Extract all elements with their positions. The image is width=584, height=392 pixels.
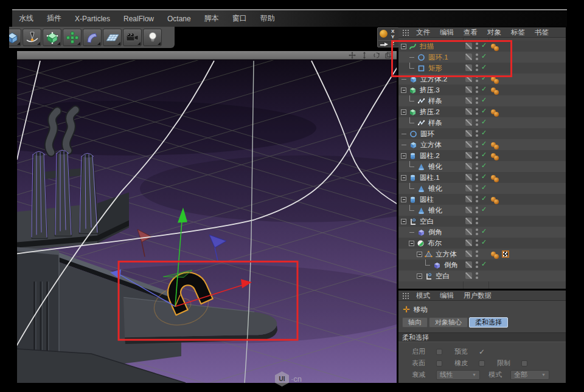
phong-tag-icon[interactable] bbox=[494, 112, 499, 117]
menubar-item-7[interactable]: 帮助 bbox=[254, 13, 282, 24]
axis-lock-z[interactable]: Z bbox=[391, 41, 394, 46]
expander-icon[interactable] bbox=[417, 252, 422, 257]
layer-toggle-icon[interactable] bbox=[465, 250, 472, 257]
tool-camera-button[interactable] bbox=[123, 29, 142, 46]
enabled-check-icon[interactable]: ✓ bbox=[481, 151, 487, 159]
tree-row-圆柱[interactable]: 圆柱✓ bbox=[398, 194, 566, 205]
tool-spline-pen-button[interactable] bbox=[23, 29, 41, 46]
menubar-item-3[interactable]: RealFlow bbox=[117, 15, 161, 23]
object-label[interactable]: 圆柱.1 bbox=[420, 173, 440, 182]
layer-toggle-icon[interactable] bbox=[465, 86, 472, 93]
visibility-dots-icon[interactable] bbox=[476, 174, 478, 181]
panel-grip-icon[interactable] bbox=[402, 29, 409, 36]
layer-toggle-icon[interactable] bbox=[465, 64, 472, 71]
object-label[interactable]: 样条 bbox=[428, 97, 442, 106]
visibility-dots-icon[interactable] bbox=[476, 218, 478, 224]
am-menu-item-2[interactable]: 用户数据 bbox=[459, 291, 496, 300]
enabled-check-icon[interactable]: ✓ bbox=[481, 184, 487, 191]
phong-tag-icon[interactable] bbox=[494, 145, 499, 150]
tool-subdivision-surface-button[interactable] bbox=[43, 29, 61, 46]
enabled-check-icon[interactable]: ✓ bbox=[481, 63, 487, 71]
enabled-check-icon[interactable]: ✓ bbox=[481, 140, 487, 148]
tag-group[interactable] bbox=[491, 74, 499, 84]
visibility-dots-icon[interactable] bbox=[476, 75, 478, 82]
tab-对象轴心[interactable]: 对象轴心 bbox=[429, 317, 468, 328]
layer-toggle-icon[interactable] bbox=[465, 141, 472, 148]
layer-toggle-icon[interactable] bbox=[465, 119, 472, 126]
om-menu-item-5[interactable]: 书签 bbox=[530, 28, 554, 37]
object-label[interactable]: 扫描 bbox=[420, 42, 434, 51]
enabled-check-icon[interactable]: ✓ bbox=[481, 173, 487, 181]
axis-lock-y[interactable]: Y bbox=[391, 35, 394, 40]
layer-toggle-icon[interactable] bbox=[465, 196, 472, 202]
tree-row-倒角[interactable]: 倒角✓ bbox=[398, 227, 566, 238]
tag-group[interactable] bbox=[491, 173, 499, 182]
object-label[interactable]: 空白 bbox=[436, 272, 450, 281]
visibility-dots-icon[interactable] bbox=[476, 239, 478, 246]
object-label[interactable]: 圆柱 bbox=[420, 195, 434, 204]
menubar-item-6[interactable]: 窗口 bbox=[226, 13, 254, 24]
om-menu-item-4[interactable]: 标签 bbox=[506, 28, 530, 37]
visibility-dots-icon[interactable] bbox=[476, 108, 478, 115]
enabled-check-icon[interactable]: ✓ bbox=[481, 227, 487, 235]
enabled-check-icon[interactable]: ✓ bbox=[481, 194, 487, 202]
tree-row-空白[interactable]: 空白 bbox=[398, 270, 566, 281]
layer-toggle-icon[interactable] bbox=[465, 174, 472, 181]
phong-tag-icon[interactable] bbox=[494, 199, 499, 204]
am-menu-item-0[interactable]: 模式 bbox=[411, 291, 435, 300]
tool-light-button[interactable] bbox=[143, 29, 162, 46]
am-menu-item-1[interactable]: 编辑 bbox=[435, 291, 459, 300]
tree-row-倒角[interactable]: 倒角✓ bbox=[398, 260, 566, 270]
tag-group[interactable] bbox=[491, 41, 499, 51]
menubar-item-0[interactable]: 水线 bbox=[12, 13, 40, 24]
viewport-dolly-icon[interactable] bbox=[361, 52, 368, 59]
layer-toggle-icon[interactable] bbox=[465, 53, 472, 60]
tool-add-cube-button[interactable] bbox=[9, 29, 21, 46]
object-label[interactable]: 空白 bbox=[420, 217, 434, 226]
tree-row-样条[interactable]: 样条✓ bbox=[398, 117, 566, 128]
visibility-dots-icon[interactable] bbox=[476, 163, 478, 170]
viewport-pan-icon[interactable] bbox=[349, 52, 356, 59]
object-label[interactable]: 圆柱.2 bbox=[420, 151, 440, 160]
tree-row-布尔[interactable]: 布尔✓ bbox=[398, 238, 566, 249]
layer-toggle-icon[interactable] bbox=[465, 239, 472, 246]
tag-group[interactable] bbox=[491, 194, 499, 204]
visibility-dots-icon[interactable] bbox=[476, 141, 478, 148]
layer-toggle-icon[interactable] bbox=[465, 75, 472, 82]
expander-icon[interactable] bbox=[401, 88, 406, 93]
object-label[interactable]: 立方体 bbox=[420, 140, 442, 150]
object-label[interactable]: 锥化 bbox=[428, 162, 442, 171]
enabled-check-icon[interactable]: ✓ bbox=[481, 41, 487, 49]
tool-floor-button[interactable] bbox=[103, 29, 122, 46]
visibility-dots-icon[interactable] bbox=[476, 97, 478, 104]
layer-toggle-icon[interactable] bbox=[465, 185, 472, 191]
checkmark-预览[interactable]: ✓ bbox=[479, 348, 485, 356]
object-label[interactable]: 圆环.1 bbox=[428, 53, 448, 62]
viewport-orbit-icon[interactable] bbox=[373, 52, 380, 59]
visibility-dots-icon[interactable] bbox=[476, 64, 478, 71]
tree-row-矩形[interactable]: 矩形✓ bbox=[398, 63, 566, 74]
texture-tag-icon[interactable] bbox=[502, 250, 509, 258]
menubar-item-1[interactable]: 插件 bbox=[40, 13, 68, 24]
tool-mograph-button[interactable] bbox=[63, 29, 82, 46]
tree-row-锥化[interactable]: 锥化✓ bbox=[398, 161, 566, 172]
checkbox-表面[interactable] bbox=[436, 360, 442, 366]
expander-icon[interactable] bbox=[401, 109, 406, 115]
visibility-dots-icon[interactable] bbox=[476, 86, 478, 93]
tree-row-空白[interactable]: 空白 bbox=[398, 216, 566, 227]
checkbox-橡皮[interactable] bbox=[479, 360, 485, 366]
tree-row-锥化[interactable]: 锥化✓ bbox=[398, 183, 566, 194]
tag-group[interactable] bbox=[491, 249, 509, 259]
expander-icon[interactable] bbox=[401, 44, 406, 49]
tree-row-圆环[interactable]: 圆环✓ bbox=[398, 128, 566, 139]
enabled-check-icon[interactable]: ✓ bbox=[481, 52, 487, 60]
tree-row-挤压.2[interactable]: 挤压.2✓ bbox=[398, 106, 566, 117]
axis-lock-ball-icon[interactable] bbox=[380, 30, 388, 38]
enabled-check-icon[interactable]: ✓ bbox=[481, 96, 487, 104]
layer-toggle-icon[interactable] bbox=[465, 43, 472, 49]
tree-row-圆柱.1[interactable]: 圆柱.1✓ bbox=[398, 172, 566, 183]
object-label[interactable]: 挤压.3 bbox=[420, 86, 440, 95]
section-header-soft-selection[interactable]: 柔和选择 bbox=[398, 332, 566, 342]
expander-icon[interactable] bbox=[417, 273, 422, 279]
dropdown-模式[interactable]: 全部▼ bbox=[510, 370, 549, 380]
